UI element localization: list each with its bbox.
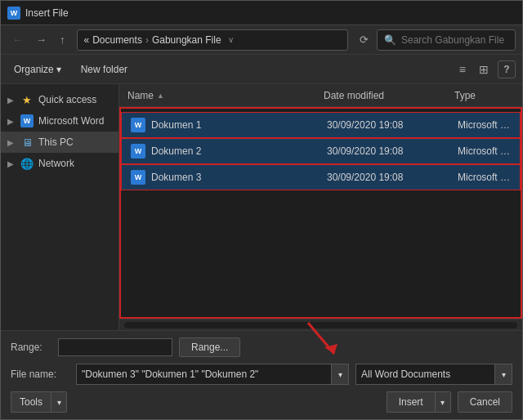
sidebar: ▶ ★ Quick access ▶ W Microsoft Word ▶ 🖥 … <box>1 84 119 330</box>
file-date: 30/09/2020 19:08 <box>327 172 458 183</box>
filename-input[interactable] <box>76 364 331 385</box>
expand-icon-network: ▶ <box>7 159 16 168</box>
sidebar-item-microsoft-word[interactable]: ▶ W Microsoft Word <box>1 110 118 132</box>
range-input[interactable] <box>58 338 172 356</box>
organize-label: Organize <box>14 64 54 75</box>
network-icon: 🌐 <box>20 157 34 170</box>
column-type[interactable]: Type <box>454 90 514 101</box>
insert-wrapper: Insert ▾ <box>387 391 451 413</box>
back-button[interactable]: ← <box>7 30 28 49</box>
search-input[interactable] <box>401 34 508 46</box>
breadcrumb-part2: Gabungkan File <box>152 34 221 46</box>
word-icon: W <box>20 114 34 127</box>
insert-button[interactable]: Insert <box>387 391 435 413</box>
bottom-area: Range: Range... File name: ▾ All Word Do… <box>1 330 522 419</box>
new-folder-button[interactable]: New folder <box>74 60 134 78</box>
view-grid-button[interactable]: ⊞ <box>475 60 493 79</box>
file-name: Dokumen 2 <box>151 145 327 157</box>
file-icon: W <box>130 117 146 133</box>
breadcrumb-part1: Documents <box>92 34 142 46</box>
file-date: 30/09/2020 19:08 <box>327 145 458 157</box>
file-list: W Dokumen 1 30/09/2020 19:08 Microsoft W… <box>119 107 522 319</box>
main-content: ▶ ★ Quick access ▶ W Microsoft Word ▶ 🖥 … <box>1 84 522 330</box>
sidebar-item-this-pc[interactable]: ▶ 🖥 This PC <box>1 132 118 153</box>
filename-row: File name: ▾ All Word Documents ▾ <box>11 364 512 385</box>
sidebar-label-pc: This PC <box>38 136 74 148</box>
file-type: Microsoft Word <box>458 119 512 131</box>
insert-file-dialog: W Insert File ← → ↑ « Documents › Gabung… <box>0 0 523 420</box>
sidebar-label-word: Microsoft Word <box>38 115 104 127</box>
scrollbar-track[interactable] <box>124 322 517 328</box>
title-bar: W Insert File <box>1 1 522 25</box>
action-row: Tools ▾ Insert ▾ Cancel <box>11 391 512 413</box>
up-button[interactable]: ↑ <box>55 30 70 49</box>
expand-icon-word: ▶ <box>7 117 16 126</box>
tools-wrapper: Tools ▾ <box>11 391 67 413</box>
table-row[interactable]: W Dokumen 3 30/09/2020 19:08 Microsoft W… <box>121 164 521 190</box>
horizontal-scrollbar[interactable] <box>119 319 522 330</box>
filetype-wrapper: All Word Documents ▾ <box>355 364 512 385</box>
organize-button[interactable]: Organize ▾ <box>7 60 68 78</box>
view-list-button[interactable]: ≡ <box>455 60 470 79</box>
refresh-button[interactable]: ⟳ <box>355 30 373 49</box>
file-name: Dokumen 3 <box>151 172 327 183</box>
tools-dropdown-button[interactable]: ▾ <box>51 391 67 413</box>
nav-bar: ← → ↑ « Documents › Gabungkan File ∨ ⟳ 🔍 <box>1 25 522 55</box>
filename-dropdown-button[interactable]: ▾ <box>331 364 349 385</box>
insert-dropdown-button[interactable]: ▾ <box>435 391 451 413</box>
sidebar-item-quick-access[interactable]: ▶ ★ Quick access <box>1 89 118 110</box>
dialog-title: Insert File <box>25 7 69 19</box>
range-row: Range: Range... <box>11 337 512 357</box>
filetype-dropdown-button[interactable]: ▾ <box>494 364 512 385</box>
sidebar-item-network[interactable]: ▶ 🌐 Network <box>1 153 118 174</box>
file-name: Dokumen 1 <box>151 119 327 131</box>
filename-input-wrapper: ▾ <box>76 364 349 385</box>
table-row[interactable]: W Dokumen 1 30/09/2020 19:08 Microsoft W… <box>121 112 521 138</box>
search-icon: 🔍 <box>384 34 396 46</box>
file-type: Microsoft Word <box>458 145 512 157</box>
expand-icon-pc: ▶ <box>7 138 16 147</box>
search-box[interactable]: 🔍 <box>377 29 516 51</box>
column-name[interactable]: Name ▲ <box>127 90 324 101</box>
sidebar-label-quick-access: Quick access <box>38 94 96 105</box>
file-header: Name ▲ Date modified Type <box>119 84 522 107</box>
breadcrumb-icon: « <box>84 34 90 46</box>
file-area: Name ▲ Date modified Type W Dokumen 1 30… <box>119 84 522 330</box>
range-button[interactable]: Range... <box>179 337 240 357</box>
file-icon: W <box>130 169 146 185</box>
toolbar: Organize ▾ New folder ≡ ⊞ ? <box>1 55 522 84</box>
tools-button[interactable]: Tools <box>11 391 51 413</box>
file-type: Microsoft Word <box>458 172 512 183</box>
organize-arrow: ▾ <box>56 64 61 75</box>
file-date: 30/09/2020 19:08 <box>327 119 458 131</box>
cancel-button[interactable]: Cancel <box>458 391 512 413</box>
filename-label: File name: <box>11 369 69 380</box>
range-label: Range: <box>11 342 51 353</box>
help-button[interactable]: ? <box>498 60 516 78</box>
filetype-display: All Word Documents <box>355 364 494 385</box>
sort-arrow: ▲ <box>157 92 164 100</box>
quick-access-icon: ★ <box>20 93 34 106</box>
new-folder-label: New folder <box>81 64 127 75</box>
sidebar-label-network: Network <box>38 158 74 169</box>
table-row[interactable]: W Dokumen 2 30/09/2020 19:08 Microsoft W… <box>121 138 521 164</box>
expand-icon: ▶ <box>7 96 16 105</box>
column-date-modified[interactable]: Date modified <box>324 90 454 101</box>
breadcrumb-sep1: › <box>145 34 149 46</box>
breadcrumb-dropdown-icon: ∨ <box>228 35 234 44</box>
pc-icon: 🖥 <box>20 136 34 149</box>
forward-button[interactable]: → <box>31 30 51 49</box>
breadcrumb[interactable]: « Documents › Gabungkan File ∨ <box>77 29 349 51</box>
file-icon: W <box>130 143 146 159</box>
dialog-icon: W <box>7 7 20 20</box>
